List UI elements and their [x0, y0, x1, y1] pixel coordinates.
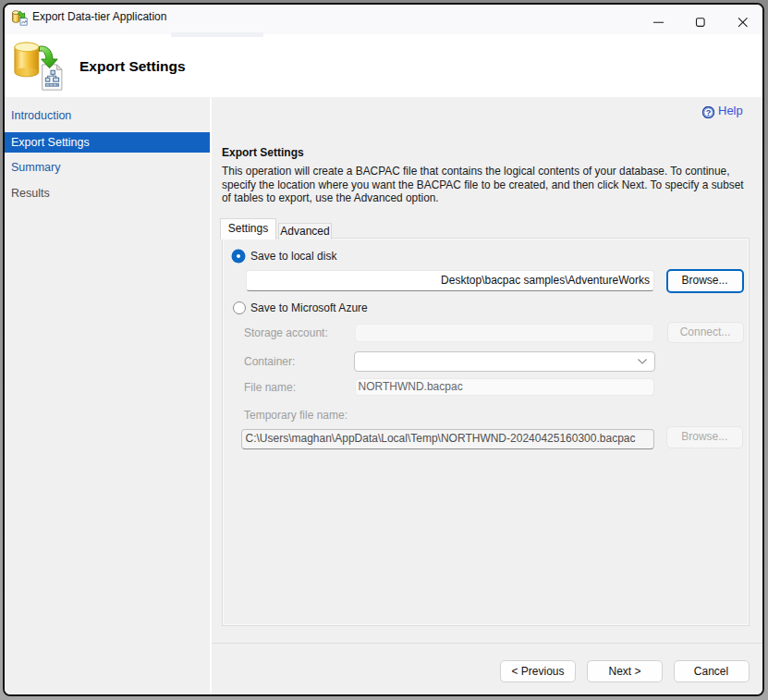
- svg-text:?: ?: [706, 108, 712, 117]
